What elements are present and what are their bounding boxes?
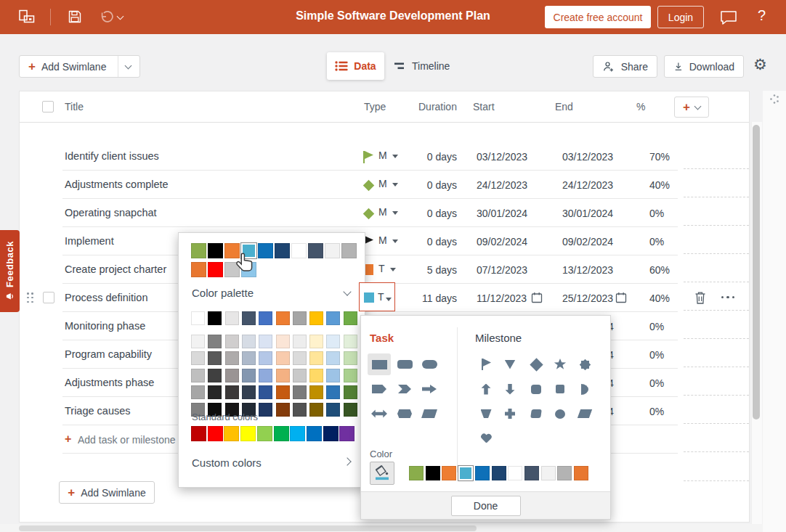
calendar-icon[interactable]	[615, 292, 627, 303]
color-palette-label[interactable]: Color palette	[192, 287, 254, 299]
save-icon[interactable]	[68, 10, 81, 23]
task-title[interactable]: Identify client issues	[65, 150, 159, 162]
color-swatch[interactable]	[326, 369, 340, 382]
color-swatch[interactable]	[191, 243, 206, 258]
column-header-percent[interactable]: %	[636, 101, 645, 112]
task-title[interactable]: Monitoring phase	[65, 320, 145, 332]
color-swatch[interactable]	[309, 351, 323, 365]
panel-resize-handle-icon[interactable]	[767, 93, 780, 106]
color-swatch[interactable]	[259, 311, 272, 325]
milestone-shape-burst[interactable]	[573, 353, 596, 375]
task-shape-rect[interactable]	[368, 353, 391, 375]
color-swatch[interactable]	[208, 335, 222, 348]
column-header-duration[interactable]: Duration	[418, 101, 457, 112]
color-swatch[interactable]	[309, 369, 323, 382]
color-swatch[interactable]	[191, 351, 205, 365]
color-swatch[interactable]	[344, 385, 357, 399]
color-swatch[interactable]	[326, 335, 340, 348]
color-swatch[interactable]	[208, 369, 222, 382]
color-swatch[interactable]	[191, 311, 205, 325]
percent-cell[interactable]: 70%	[649, 151, 670, 163]
color-swatch[interactable]	[225, 369, 239, 382]
color-swatch[interactable]	[426, 466, 440, 480]
horizontal-scrollbar-thumb[interactable]	[19, 525, 477, 531]
color-swatch[interactable]	[274, 426, 289, 441]
color-swatch[interactable]	[293, 351, 307, 365]
color-swatch[interactable]	[524, 466, 539, 480]
color-swatch[interactable]	[492, 466, 506, 480]
percent-cell[interactable]: 0%	[649, 377, 664, 389]
type-dropdown[interactable]: M	[378, 234, 398, 246]
color-swatch[interactable]	[307, 426, 322, 441]
color-swatch[interactable]	[191, 385, 205, 399]
color-swatch[interactable]	[225, 335, 239, 348]
color-swatch[interactable]	[224, 426, 239, 441]
end-date-cell[interactable]: 24/12/2023	[562, 179, 613, 191]
column-header-type[interactable]: Type	[364, 101, 386, 112]
color-swatch[interactable]	[242, 335, 256, 348]
color-swatch[interactable]	[309, 403, 323, 417]
task-title[interactable]: Create project charter	[65, 263, 166, 275]
color-swatch[interactable]	[409, 466, 424, 480]
trash-icon[interactable]	[694, 291, 706, 305]
duration-cell[interactable]: 0 days	[397, 236, 457, 247]
color-swatch[interactable]	[259, 385, 272, 399]
download-button[interactable]: Download	[664, 55, 744, 78]
color-swatch[interactable]	[191, 369, 205, 382]
milestone-shape-rsquare2[interactable]	[524, 403, 548, 425]
percent-cell[interactable]: 0%	[649, 406, 664, 417]
type-dropdown[interactable]: M	[378, 178, 398, 189]
color-swatch[interactable]	[308, 243, 323, 258]
color-swatch[interactable]	[259, 351, 272, 365]
task-shape-rrect[interactable]	[393, 353, 416, 375]
duration-cell[interactable]: 11 days	[397, 292, 457, 304]
start-date-cell[interactable]: 11/12/2023	[477, 292, 527, 304]
color-swatch[interactable]	[293, 385, 307, 399]
color-swatch[interactable]	[341, 243, 357, 258]
milestone-shape-diamond[interactable]	[524, 353, 548, 375]
color-swatch[interactable]	[259, 403, 272, 417]
color-swatch[interactable]	[293, 369, 307, 382]
color-swatch[interactable]	[325, 243, 340, 258]
task-shape-parallelogram[interactable]	[418, 403, 441, 425]
color-swatch[interactable]	[344, 351, 357, 365]
color-swatch[interactable]	[323, 426, 339, 441]
color-swatch[interactable]	[458, 466, 473, 480]
task-shape-ribbon[interactable]	[393, 378, 416, 400]
milestone-shape-star[interactable]	[548, 353, 572, 375]
add-column-button[interactable]: +	[674, 97, 709, 118]
more-options-icon[interactable]	[721, 296, 734, 298]
color-swatch[interactable]	[326, 351, 340, 365]
color-swatch[interactable]	[557, 466, 572, 480]
color-swatch[interactable]	[309, 311, 323, 325]
color-swatch[interactable]	[442, 466, 456, 480]
color-swatch[interactable]	[344, 403, 357, 417]
column-header-end[interactable]: End	[555, 101, 573, 112]
color-swatch[interactable]	[293, 403, 307, 417]
tab-data[interactable]: Data	[327, 52, 384, 80]
milestone-shape-halfmoon[interactable]	[573, 378, 596, 400]
task-shape-pill[interactable]	[418, 353, 441, 375]
duration-cell[interactable]: 5 days	[397, 264, 457, 276]
create-account-button[interactable]: Create free account	[545, 6, 651, 28]
task-title[interactable]: Operating snapchat	[65, 207, 157, 218]
milestone-shape-circle[interactable]	[548, 403, 572, 425]
color-swatch[interactable]	[276, 385, 290, 399]
settings-gear-icon[interactable]: ⚙	[753, 56, 767, 73]
type-dropdown[interactable]: M	[378, 206, 398, 218]
start-date-cell[interactable]: 07/12/2023	[477, 264, 527, 276]
color-swatch[interactable]	[326, 385, 340, 399]
color-swatch[interactable]	[326, 311, 340, 325]
color-swatch[interactable]	[508, 466, 522, 480]
milestone-shape-arrow-down[interactable]	[498, 378, 522, 400]
milestone-shape-flag[interactable]	[474, 353, 498, 375]
milestone-shape-rsquare[interactable]	[524, 378, 548, 400]
percent-cell[interactable]: 40%	[649, 179, 670, 191]
task-shape-tag[interactable]	[368, 378, 391, 400]
color-swatch[interactable]	[242, 351, 256, 365]
column-header-title[interactable]: Title	[65, 101, 84, 112]
task-title[interactable]: Adjustments complete	[65, 179, 169, 190]
login-button[interactable]: Login	[657, 6, 704, 28]
column-header-start[interactable]: Start	[473, 101, 495, 112]
end-date-cell[interactable]: 30/01/2024	[562, 208, 613, 219]
